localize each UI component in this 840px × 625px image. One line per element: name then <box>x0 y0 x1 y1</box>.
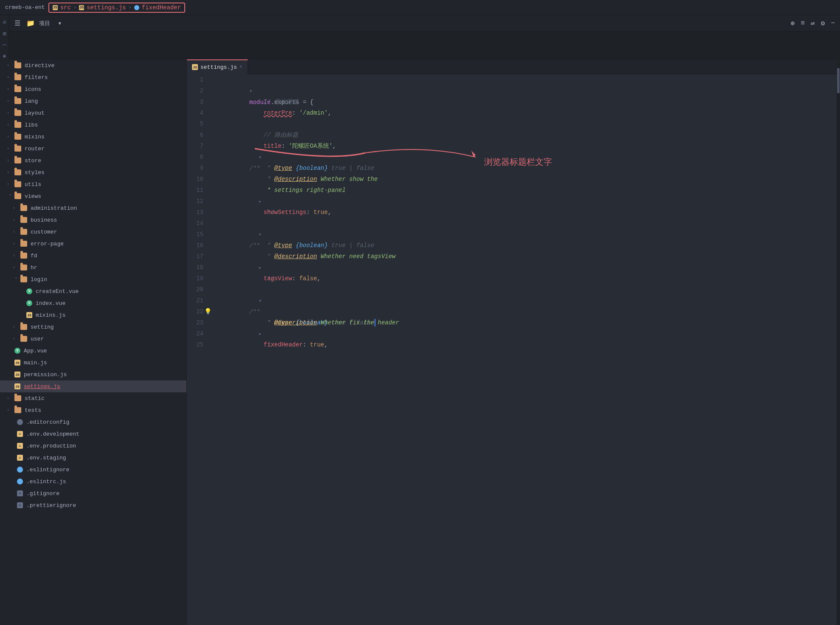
sidebar-item-directive[interactable]: › directive <box>0 59 186 71</box>
label-eslintrc: .eslintrc.js <box>26 479 66 485</box>
sidebar-item-administration[interactable]: › administration <box>0 202 186 214</box>
sidebar-item-lang[interactable]: › lang <box>0 95 186 107</box>
scrollbar-track[interactable] <box>837 59 840 625</box>
sidebar-item-prettierignore[interactable]: › ≡ .prettierignore <box>0 499 186 511</box>
arrow-administration: › <box>13 206 19 211</box>
dot-eslintrc-icon <box>17 479 23 484</box>
project-name: crmeb-oa-ent <box>5 4 45 11</box>
code-line-1: ▾ module.exports = { <box>214 74 840 85</box>
code-line-25 <box>214 339 840 350</box>
label-lang: lang <box>25 98 38 104</box>
arrow-lang: › <box>7 99 13 104</box>
sidebar-item-router[interactable]: › router <box>0 143 186 155</box>
sidebar-item-env-staging[interactable]: › ≡ .env.staging <box>0 452 186 464</box>
sidebar-item-editorconfig[interactable]: › .editorconfig <box>0 416 186 428</box>
toolbar-area: ≡ ⊞ ↔ ◈ ☰ 📁 项目 ▾ ⊕ ≡ ⇌ ⚙ − <box>0 15 840 59</box>
activity-icon-3[interactable]: ↔ <box>1 41 8 48</box>
gear-editorconfig-icon <box>17 419 23 425</box>
activity-icon-4[interactable]: ◈ <box>1 52 8 59</box>
toolbar-menu-icon[interactable]: ☰ <box>13 18 22 28</box>
toolbar-dropdown-icon[interactable]: ▾ <box>56 18 64 28</box>
sidebar-item-styles[interactable]: › styles <box>0 166 186 178</box>
label-env-staging: .env.staging <box>26 455 66 461</box>
activity-icon-1[interactable]: ≡ <box>1 19 8 26</box>
sidebar-item-gitignore[interactable]: › ≡ .gitignore <box>0 487 186 499</box>
sidebar-item-filters[interactable]: › filters <box>0 71 186 83</box>
arrow-fd: › <box>13 253 19 258</box>
label-error-page: error-page <box>31 241 64 247</box>
label-login: login <box>31 276 47 283</box>
sidebar-item-customer[interactable]: › customer <box>0 226 186 238</box>
breadcrumb-settings[interactable]: settings.js <box>87 4 126 11</box>
breadcrumb-src[interactable]: src <box>60 4 71 11</box>
code-editor[interactable]: 1 2 3 4 5 6 7 8 9 10 11 12 13 14 15 16 1… <box>187 74 840 625</box>
fixed-header-icon <box>134 5 139 10</box>
label-mainjs: main.js <box>24 360 47 366</box>
vue-index-icon: V <box>26 300 32 306</box>
sidebar-item-utils[interactable]: › utils <box>0 178 186 190</box>
arrow-views: › <box>8 193 12 199</box>
folder-static-icon <box>14 395 21 401</box>
tab-close-btn[interactable]: × <box>240 64 242 70</box>
code-line-7: ▾ /** <box>214 141 840 152</box>
sidebar-item-settingsjs[interactable]: › JS settings.js <box>0 380 186 392</box>
breadcrumb: JS src › JS settings.js › fixedHeader <box>48 3 185 13</box>
toolbar-split-icon[interactable]: ⇌ <box>809 18 817 28</box>
js-envprod-icon: ≡ <box>17 443 23 449</box>
code-line-10: * settings right-panel <box>214 174 840 185</box>
sidebar-item-indexvue[interactable]: › V index.vue <box>0 297 186 309</box>
sidebar-item-mixins[interactable]: › mixins <box>0 131 186 143</box>
sidebar-item-business[interactable]: › business <box>0 214 186 226</box>
sidebar-item-user[interactable]: › user <box>0 333 186 345</box>
folder-login-icon <box>20 276 27 282</box>
js-prettierignore-icon: ≡ <box>17 502 23 508</box>
code-line-8: * @type {boolean} true | false <box>214 152 840 163</box>
breadcrumb-fixedheader[interactable]: fixedHeader <box>142 4 181 11</box>
sidebar-item-error-page[interactable]: › error-page <box>0 238 186 250</box>
toolbar-align-icon[interactable]: ≡ <box>799 19 807 28</box>
folder-setting-icon <box>20 324 27 330</box>
line-numbers: 1 2 3 4 5 6 7 8 9 10 11 12 13 14 15 16 1… <box>187 74 210 625</box>
code-line-12: showSettings: true, <box>214 196 840 207</box>
code-line-15: * @type {boolean} true | false <box>214 229 840 240</box>
sidebar-item-eslintrc[interactable]: › .eslintrc.js <box>0 476 186 487</box>
toolbar-gear-icon[interactable]: ⚙ <box>819 18 827 28</box>
sidebar-item-icons[interactable]: › icons <box>0 83 186 95</box>
sidebar-item-eslintignore[interactable]: › .eslintignore <box>0 464 186 476</box>
label-gitignore: .gitignore <box>26 490 59 497</box>
toolbar-minus-icon[interactable]: − <box>829 19 837 28</box>
sidebar-item-env-prod[interactable]: › ≡ .env.production <box>0 440 186 452</box>
sidebar-item-mixinsjs[interactable]: › JS mixins.js <box>0 309 186 321</box>
arrow-setting: › <box>13 325 19 329</box>
js-gitignore-icon: ≡ <box>17 490 23 496</box>
sidebar-item-env-dev[interactable]: › ≡ .env.development <box>0 428 186 440</box>
lightbulb-icon: 💡 <box>204 306 211 317</box>
arrow-router: › <box>7 146 13 151</box>
sidebar-item-store[interactable]: › store <box>0 155 186 166</box>
sidebar-item-tests[interactable]: › tests <box>0 404 186 416</box>
tab-settings-js[interactable]: JS settings.js × <box>187 59 248 74</box>
vue-createent-icon: V <box>26 288 32 294</box>
label-filters: filters <box>25 74 48 81</box>
sidebar-item-login[interactable]: › login <box>0 273 186 285</box>
sidebar-item-appvue[interactable]: › V App.vue <box>0 345 186 357</box>
sidebar-item-setting[interactable]: › setting <box>0 321 186 333</box>
sidebar-item-hr[interactable]: › hr <box>0 262 186 273</box>
label-libs: libs <box>25 122 38 128</box>
sidebar-item-libs[interactable]: › libs <box>0 119 186 131</box>
sidebar-item-mainjs[interactable]: › JS main.js <box>0 357 186 369</box>
sidebar-item-static[interactable]: › static <box>0 392 186 404</box>
label-permissionjs: permission.js <box>24 372 67 378</box>
toolbar-globe-icon[interactable]: ⊕ <box>789 18 797 28</box>
scrollbar-thumb[interactable] <box>837 68 840 93</box>
sidebar-item-views[interactable]: › views <box>0 190 186 202</box>
sidebar-item-fd[interactable]: › fd <box>0 250 186 262</box>
sidebar-item-layout[interactable]: › layout <box>0 107 186 119</box>
code-line-17: ▸ */ <box>214 251 840 262</box>
arrow-login: › <box>14 276 18 282</box>
sidebar-item-createEnt[interactable]: › V createEnt.vue <box>0 285 186 297</box>
tab-bar: JS settings.js × <box>187 59 840 74</box>
activity-icon-2[interactable]: ⊞ <box>1 30 8 37</box>
sidebar-item-permissionjs[interactable]: › JS permission.js <box>0 369 186 380</box>
label-env-dev: .env.development <box>26 431 79 437</box>
